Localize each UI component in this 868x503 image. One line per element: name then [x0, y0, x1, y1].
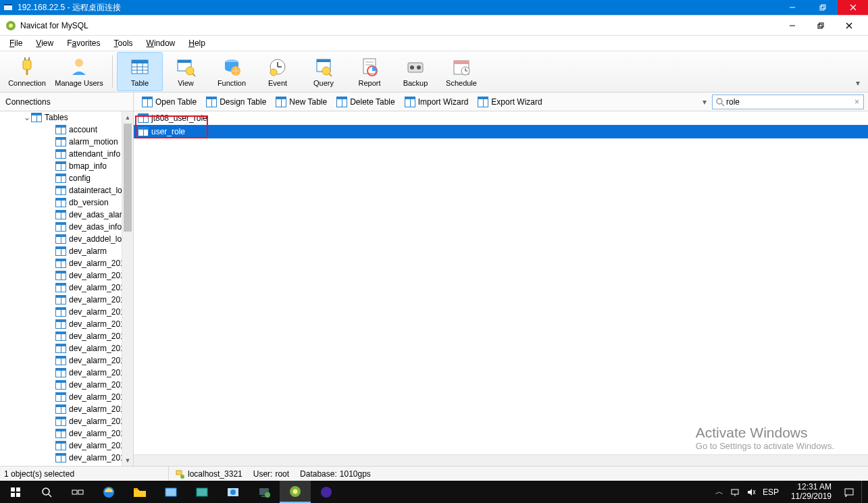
tree-item[interactable]: account — [0, 124, 133, 136]
tb-report[interactable]: Report — [347, 52, 392, 91]
svg-point-33 — [270, 69, 277, 76]
tb-schedule[interactable]: Schedule — [438, 52, 484, 91]
tree-item[interactable]: dev_alarm_2016 — [0, 294, 133, 306]
start-button[interactable] — [0, 481, 31, 503]
tree-item[interactable]: bmap_info — [0, 160, 133, 172]
app-restore-button[interactable] — [807, 16, 834, 35]
tb-event[interactable]: Event — [255, 52, 301, 91]
search-input[interactable] — [726, 97, 853, 107]
tree-item[interactable]: db_version — [0, 196, 133, 209]
open-table-button[interactable]: Open Table — [138, 95, 201, 109]
result-item[interactable]: jt808_user_role — [134, 111, 868, 125]
tree-item[interactable]: dev_alarm_2017 — [0, 306, 133, 318]
design-table-button[interactable]: Design Table — [202, 95, 270, 109]
tb-backup[interactable]: Backup — [392, 52, 438, 91]
tree-item[interactable]: dev_alarm_2017 — [0, 415, 133, 427]
taskbar-app2[interactable] — [186, 481, 218, 503]
table-icon — [31, 113, 42, 122]
tree-scrollbar[interactable]: ▲ ▼ — [122, 111, 133, 466]
tb-query[interactable]: Query — [301, 52, 347, 91]
task-view-button[interactable] — [62, 481, 93, 503]
tree-item[interactable]: config — [0, 172, 133, 184]
rdp-minimize-button[interactable] — [777, 0, 807, 15]
tree-item[interactable]: dev_alarm_2017 — [0, 391, 133, 403]
menu-view[interactable]: View — [30, 37, 59, 49]
app-minimize-button[interactable] — [779, 16, 806, 35]
tray-language[interactable]: ESP — [763, 487, 779, 497]
menu-window[interactable]: Window — [141, 37, 181, 49]
tray-clock[interactable]: 12:31 AM 11/29/2019 — [786, 483, 837, 500]
tree-item[interactable]: dev_adddel_log — [0, 233, 133, 245]
table-icon — [55, 186, 66, 195]
tree-item[interactable]: alarm_motion — [0, 136, 133, 148]
svg-rect-78 — [845, 489, 853, 495]
tree-item[interactable]: dev_alarm_2016 — [0, 269, 133, 282]
tree-item[interactable]: dev_alarm_2017 — [0, 440, 133, 452]
tree-item[interactable]: dev_alarm — [0, 245, 133, 257]
rdp-close-button[interactable] — [838, 0, 868, 15]
tb-connection[interactable]: Connection — [4, 52, 50, 91]
tray-notifications-icon[interactable] — [844, 487, 854, 498]
tree-item[interactable]: dev_alarm_2017 — [0, 367, 133, 379]
tree-item[interactable]: dev_alarm_2017 — [0, 403, 133, 415]
tree-node-tables[interactable]: ⌄Tables — [0, 111, 133, 124]
tree-item[interactable]: dev_alarm_2017 — [0, 354, 133, 367]
clear-search-button[interactable]: × — [853, 97, 861, 107]
scroll-up-button[interactable]: ▲ — [122, 111, 133, 123]
tree-item[interactable]: dev_alarm_2017 — [0, 330, 133, 342]
delete-table-button[interactable]: Delete Table — [332, 95, 399, 109]
taskbar-navicat[interactable] — [280, 481, 311, 503]
svg-rect-46 — [454, 61, 469, 64]
tree-item[interactable]: dev_adas_alarm — [0, 209, 133, 221]
tree-item[interactable]: dev_alarm_2017 — [0, 379, 133, 391]
tree-item[interactable]: dev_alarm_2017 — [0, 318, 133, 330]
taskbar-app4[interactable] — [249, 481, 280, 503]
menu-help[interactable]: Help — [183, 37, 211, 49]
tb-manage-users[interactable]: Manage Users — [50, 52, 108, 91]
menu-favorites[interactable]: Favorites — [61, 37, 105, 49]
rdp-restore-button[interactable] — [807, 0, 838, 15]
tray-network-icon[interactable] — [730, 487, 740, 497]
show-desktop-button[interactable] — [861, 481, 865, 503]
tray-chevron-up-icon[interactable]: ︿ — [715, 486, 723, 498]
tree-item[interactable]: dev_alarm_2016 — [0, 257, 133, 269]
taskbar-app3[interactable] — [218, 481, 249, 503]
table-icon — [129, 56, 151, 78]
search-button[interactable] — [31, 481, 62, 503]
tree-item[interactable]: attendant_info — [0, 148, 133, 160]
taskbar-explorer[interactable] — [124, 481, 155, 503]
tree-item[interactable]: dev_alarm_2017 — [0, 452, 133, 464]
new-table-button[interactable]: New Table — [272, 95, 331, 109]
tray-volume-icon[interactable] — [746, 487, 756, 497]
svg-rect-54 — [11, 487, 15, 492]
taskbar-app1[interactable] — [155, 481, 186, 503]
svg-point-67 — [230, 489, 236, 495]
table-icon — [336, 97, 347, 107]
tree-item[interactable]: dev_alarm_2017 — [0, 427, 133, 440]
tb-table[interactable]: Table — [117, 52, 163, 91]
import-wizard-button[interactable]: Import Wizard — [401, 95, 473, 109]
tb-view[interactable]: View — [163, 52, 209, 91]
toolbar-overflow-button[interactable]: ▾ — [852, 78, 864, 88]
table-icon — [55, 380, 66, 390]
menu-file[interactable]: File — [4, 37, 28, 49]
tree-item[interactable]: dev_alarm_2016 — [0, 282, 133, 294]
table-icon — [55, 137, 66, 147]
scroll-thumb[interactable] — [124, 124, 132, 232]
search-box[interactable]: × — [712, 95, 864, 109]
app-close-button[interactable] — [836, 16, 863, 35]
tree-item[interactable]: datainteract_lo — [0, 184, 133, 196]
tree-item[interactable]: dev_alarm_2017 — [0, 342, 133, 354]
taskbar-firefox[interactable] — [311, 481, 342, 503]
tree-item[interactable]: dev_adas_info — [0, 221, 133, 233]
result-item[interactable]: user_role — [134, 125, 868, 138]
menu-tools[interactable]: Tools — [109, 37, 138, 49]
tb-function[interactable]: Function — [209, 52, 255, 91]
taskbar-ie[interactable] — [93, 481, 124, 503]
table-icon — [55, 222, 66, 232]
subbar-dropdown-button[interactable]: ▾ — [698, 97, 711, 107]
main-h-scrollbar[interactable] — [134, 454, 868, 466]
scroll-down-button[interactable]: ▼ — [122, 454, 133, 466]
navigator-tree[interactable]: ⌄Tablesaccountalarm_motionattendant_info… — [0, 111, 134, 466]
export-wizard-button[interactable]: Export Wizard — [474, 95, 546, 109]
